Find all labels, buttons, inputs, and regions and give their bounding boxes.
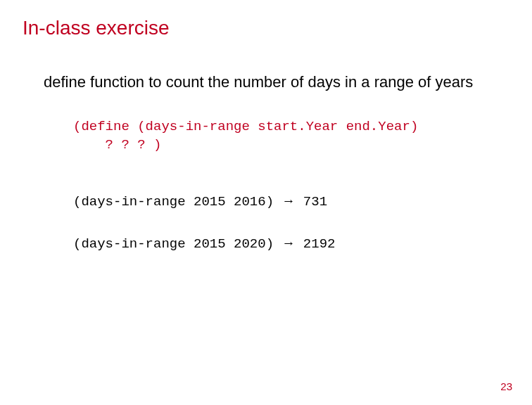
slide: In-class exercise define function to cou…: [0, 0, 532, 405]
slide-title: In-class exercise: [23, 17, 170, 39]
code-call: (days-in-range 2015 2020): [73, 236, 281, 252]
code-result: 2192: [295, 236, 335, 252]
code-result: 731: [295, 194, 327, 210]
page-number: 23: [500, 380, 512, 392]
code-example-2: (days-in-range 2015 2020) → 2192: [73, 236, 335, 252]
arrow-icon: →: [281, 236, 295, 250]
code-line: ? ? ? ): [73, 137, 161, 153]
code-example-1: (days-in-range 2015 2016) → 731: [73, 193, 327, 210]
arrow-icon: →: [281, 193, 295, 208]
code-line: (define (days-in-range start.Year end.Ye…: [73, 119, 418, 134]
code-call: (days-in-range 2015 2016): [73, 194, 281, 210]
code-block-define: (define (days-in-range start.Year end.Ye…: [73, 118, 418, 154]
slide-subtitle: define function to count the number of d…: [44, 73, 473, 91]
